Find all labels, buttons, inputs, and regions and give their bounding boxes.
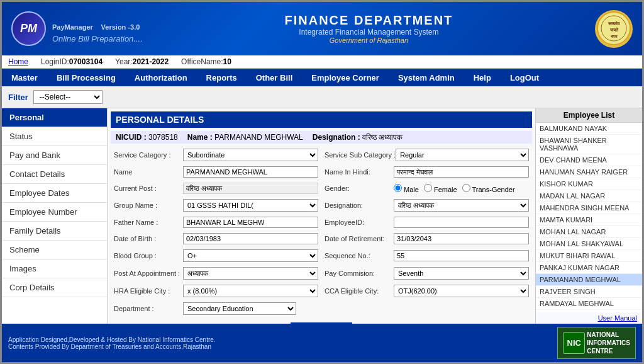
sidebar-item-images[interactable]: Images <box>2 259 107 278</box>
designation-field-label: Designation: <box>325 202 394 209</box>
sidebar-item-employee-dates[interactable]: Employee Dates <box>2 184 107 203</box>
nav-system-admin[interactable]: System Admin <box>389 69 464 86</box>
employee-list-header: Employee List <box>536 108 642 123</box>
cca-select[interactable]: OTJ(620.00) <box>394 285 529 297</box>
emp-list-item-6[interactable]: MAHENDRA SINGH MEENA <box>536 202 642 214</box>
post-appointment-select[interactable]: अध्यापक <box>183 267 318 280</box>
service-sub-category-label: Service Sub Category : <box>325 151 396 159</box>
father-name-input[interactable] <box>183 217 318 228</box>
emp-list-item-12[interactable]: PARMANAND MEGHWAL <box>536 274 642 286</box>
retirement-label: Date of Retirement: <box>325 235 394 242</box>
nav-logout[interactable]: LogOut <box>501 69 548 86</box>
pay-commission-select[interactable]: Seventh <box>394 267 529 280</box>
user-manual-link[interactable]: User Manual <box>598 314 637 322</box>
emp-list-item-11[interactable]: PANKAJ KUMAR NAGAR <box>536 262 642 274</box>
nav-reports[interactable]: Reports <box>197 69 247 86</box>
section-header: PERSONAL DETAILS <box>111 111 532 128</box>
emp-list-item-13[interactable]: RAJVEER SINGH <box>536 286 642 298</box>
hra-row: HRA Eligible City : x (8.00%) <box>114 285 318 297</box>
nav-other-bill[interactable]: Other Bill <box>247 69 303 86</box>
blood-group-label: Blood Group : <box>114 252 183 259</box>
main-content: Personal Status Pay and Bank Contact Det… <box>2 108 642 324</box>
sidebar-item-status[interactable]: Status <box>2 127 107 146</box>
sidebar: Personal Status Pay and Bank Contact Det… <box>2 108 108 324</box>
sidebar-item-scheme[interactable]: Scheme <box>2 241 107 259</box>
cca-row: CCA Eligible City: OTJ(620.00) <box>325 285 529 297</box>
service-category-select[interactable]: Subordinate <box>183 149 318 161</box>
form-row-4: Group Name : 01 GSSS HATHI DIL( Designat… <box>114 199 529 214</box>
emp-list-item-14[interactable]: RAMDAYAL MEGHWAL <box>536 298 642 310</box>
emp-list-item-7[interactable]: MAMTA KUMARI <box>536 214 642 226</box>
employee-id-input[interactable] <box>394 217 529 228</box>
current-post-row: Current Post : <box>114 183 318 194</box>
ifms-text: Integrated Financial Management System <box>284 28 453 37</box>
nic-national: NATIONAL <box>587 331 630 339</box>
dob-label: Date of Birth : <box>114 235 183 242</box>
group-name-select[interactable]: 01 GSSS HATHI DIL( <box>183 199 318 212</box>
filter-label: Filter <box>8 93 28 102</box>
department-select[interactable]: Secondary Education <box>183 302 296 315</box>
designation-value: वरिष्ठ अध्यापक <box>362 133 402 142</box>
nav-help[interactable]: Help <box>464 69 501 86</box>
nav-master[interactable]: Master <box>2 69 47 86</box>
user-manual-bar: User Manual <box>536 312 642 324</box>
nav-bill-processing[interactable]: Bill Processing <box>47 69 125 86</box>
gender-label: Gender: <box>325 185 394 192</box>
gender-male-radio[interactable] <box>394 184 402 192</box>
father-name-label: Father Name : <box>114 219 183 226</box>
blood-group-select[interactable]: O+ <box>183 249 318 262</box>
dob-input[interactable] <box>183 233 318 244</box>
emp-list-item-1[interactable]: BHAWANI SHANKER VASHNAWA <box>536 135 642 154</box>
nicuid-label: NICUID : 3078518 <box>116 133 178 142</box>
sequence-input[interactable] <box>394 250 529 261</box>
nic-full-name: NATIONAL INFORMATICS CENTRE <box>587 331 630 355</box>
center-content: PERSONAL DETAILS NICUID : 3078518 Name :… <box>108 108 535 324</box>
header-center: FINANCE DEPARTMENT Integrated Financial … <box>284 13 453 44</box>
sidebar-item-pay-bank[interactable]: Pay and Bank <box>2 146 107 165</box>
emp-list-item-4[interactable]: KISHOR KUMAR <box>536 178 642 190</box>
name-input[interactable] <box>183 166 318 178</box>
tagline: Online Bill Preparation.... <box>52 34 143 43</box>
home-link[interactable]: Home <box>8 57 28 66</box>
emp-name-label: Name : PARMANAND MEGHWAL <box>187 133 303 142</box>
sidebar-item-corp[interactable]: Corp Details <box>2 278 107 297</box>
service-category-label: Service Category : <box>114 151 183 159</box>
emp-list-item-5[interactable]: MADAN LAL NAGAR <box>536 190 642 202</box>
gender-female-label[interactable]: Female <box>424 184 457 193</box>
employee-list-body: BALMUKAND NAYAK BHAWANI SHANKER VASHNAWA… <box>536 123 642 312</box>
name-hindi-input[interactable] <box>394 166 529 178</box>
designation-field-select[interactable]: वरिष्ठ अध्यापक <box>394 199 529 212</box>
current-post-label: Current Post : <box>114 185 183 192</box>
emp-list-item-3[interactable]: HANUMAN SAHAY RAIGER <box>536 166 642 178</box>
gender-trans-label[interactable]: Trans-Gender <box>462 184 515 193</box>
emp-list-item-2[interactable]: DEV CHAND MEENA <box>536 154 642 166</box>
filter-select[interactable]: --Select-- <box>33 90 103 104</box>
sidebar-item-employee-number[interactable]: Employee Number <box>2 203 107 222</box>
nav-employee-corner[interactable]: Employee Corner <box>302 69 389 86</box>
emp-list-item-8[interactable]: MOHAN LAL NAGAR <box>536 226 642 238</box>
emp-list-item-9[interactable]: MOHAN LAL SHAKYAWAL <box>536 238 642 250</box>
sidebar-item-contact[interactable]: Contact Details <box>2 165 107 184</box>
gender-female-radio[interactable] <box>424 184 432 192</box>
emp-list-item-10[interactable]: MUKUT BIHARI RAWAL <box>536 250 642 262</box>
form-row-7: Blood Group : O+ Sequence No.: <box>114 249 529 264</box>
sidebar-item-personal[interactable]: Personal <box>2 108 107 127</box>
service-sub-category-select[interactable]: Regular <box>396 149 529 161</box>
sidebar-item-family[interactable]: Family Details <box>2 222 107 241</box>
dept-name: FINANCE DEPARTMENT <box>284 13 453 28</box>
retirement-row: Date of Retirement: <box>325 233 529 244</box>
gender-trans-radio[interactable] <box>462 184 470 192</box>
pm-logo: PM <box>11 11 46 46</box>
nic-centre: CENTRE <box>587 347 630 355</box>
gov-emblem: सत्यमेव जयते भारत <box>595 10 633 48</box>
emp-list-item-0[interactable]: BALMUKAND NAYAK <box>536 123 642 135</box>
gender-male-label[interactable]: Male <box>394 184 419 193</box>
emp-name-value: PARMANAND MEGHWAL <box>214 133 303 142</box>
sequence-label: Sequence No.: <box>325 252 394 259</box>
retirement-input[interactable] <box>394 233 529 244</box>
name-hindi-label: Name In Hindi: <box>325 168 394 176</box>
login-id-value: 07003104 <box>69 57 103 66</box>
hra-select[interactable]: x (8.00%) <box>183 285 318 297</box>
svg-text:सत्यमेव: सत्यमेव <box>608 21 620 26</box>
nav-authorization[interactable]: Authorization <box>125 69 197 86</box>
